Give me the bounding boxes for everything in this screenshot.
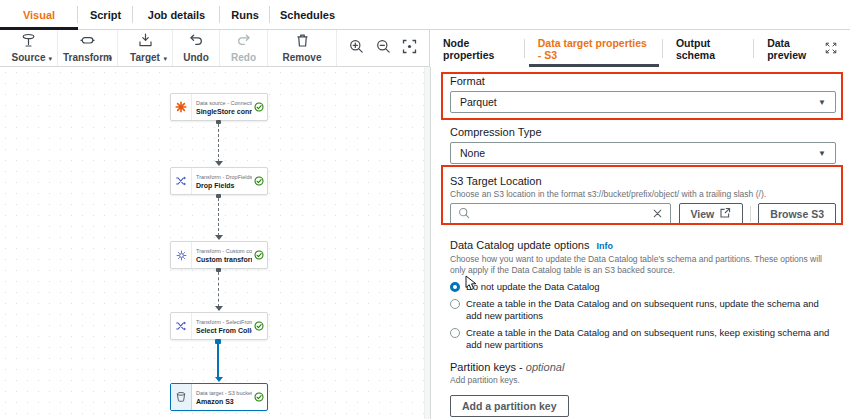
success-check-icon	[254, 168, 267, 194]
success-check-icon	[254, 313, 267, 339]
expand-icon[interactable]	[825, 42, 837, 56]
format-label: Format	[450, 75, 836, 88]
zoom-out-button[interactable]	[376, 39, 391, 58]
tab-label: Visual	[23, 9, 55, 21]
tool-label: Source	[12, 53, 46, 63]
zoom-controls	[337, 30, 429, 66]
node-title: SingleStore connecto...	[196, 107, 252, 116]
target-icon	[138, 33, 153, 52]
radio-button[interactable]	[450, 328, 460, 338]
radio-label: Create a table in the Data Catalog and o…	[466, 327, 836, 351]
tab-data-preview[interactable]: Data preview	[754, 30, 850, 67]
s3-location-input[interactable]	[476, 208, 646, 220]
view-button-label: View	[691, 208, 715, 220]
job-graph-canvas[interactable]: Data source - ConnectionSingleStore conn…	[0, 67, 424, 419]
tab-data-target-properties-s3[interactable]: Data target properties - S3	[525, 30, 663, 67]
node-title: Amazon S3	[196, 397, 252, 406]
fit-view-button[interactable]	[402, 39, 417, 58]
fit-view-icon	[402, 39, 417, 58]
output-port[interactable]	[216, 120, 221, 124]
source-icon	[21, 33, 36, 52]
node-amazon-s3[interactable]: Data target - S3 bucketAmazon S3	[170, 383, 268, 411]
tool-label: Target	[130, 53, 160, 63]
tab-node-properties[interactable]: Node properties	[430, 30, 525, 67]
undo-tool-button[interactable]: Undo	[173, 30, 220, 66]
properties-tab-bar: Node propertiesData target properties - …	[430, 30, 850, 67]
tool-label: Remove	[283, 53, 322, 63]
output-port[interactable]	[216, 194, 221, 198]
success-check-icon	[254, 242, 267, 268]
format-select[interactable]: Parquet ▼	[450, 91, 836, 113]
tab-label: Schedules	[280, 9, 335, 21]
node-caption: Data source - Connection	[196, 100, 252, 107]
edge-arrowhead	[215, 235, 223, 240]
caret-down-icon: ▾	[108, 55, 112, 63]
zoom-in-button[interactable]	[349, 39, 364, 58]
connector-star-icon	[171, 94, 192, 120]
tab-script[interactable]: Script	[78, 0, 133, 29]
compression-type-select[interactable]: None ▼	[450, 142, 836, 164]
main-area: Data source - ConnectionSingleStore conn…	[0, 67, 850, 419]
tab-label: Job details	[148, 9, 205, 21]
catalog-option-1[interactable]: Do not update the Data Catalog	[450, 281, 836, 293]
tab-job-details[interactable]: Job details	[133, 0, 220, 29]
catalog-option-2[interactable]: Create a table in the Data Catalog and o…	[450, 298, 836, 322]
redo-tool-button: Redo	[220, 30, 268, 66]
s3-target-location-description: Choose an S3 location in the format s3:/…	[450, 189, 836, 200]
search-icon	[458, 205, 470, 223]
tab-label: Script	[90, 9, 121, 21]
catalog-options-radio-group: Do not update the Data CatalogCreate a t…	[450, 281, 836, 351]
edge[interactable]	[218, 272, 219, 307]
output-port[interactable]	[216, 268, 221, 272]
add-partition-key-button[interactable]: Add a partition key	[450, 395, 569, 417]
s3-location-row: View Browse S3	[450, 203, 836, 225]
tab-label: Runs	[231, 9, 259, 21]
s3-location-search-box[interactable]	[450, 203, 671, 225]
toolbar-row: Source▾Transform▾Target▾UndoRedoRemove N…	[0, 30, 850, 67]
chevron-down-icon: ▼	[818, 149, 826, 158]
node-caption: Transform - DropFields	[196, 174, 252, 181]
edge[interactable]	[218, 198, 219, 236]
format-select-value: Parquet	[460, 96, 497, 108]
partition-keys-description: Add partition keys.	[450, 375, 836, 386]
radio-button-selected[interactable]	[450, 282, 460, 292]
tool-label: Transform	[63, 53, 112, 63]
remove-tool-button[interactable]: Remove	[268, 30, 337, 66]
shuffle-icon	[171, 313, 192, 339]
tab-output-schema[interactable]: Output schema	[663, 30, 754, 67]
tab-schedules[interactable]: Schedules	[270, 0, 345, 29]
output-port[interactable]	[215, 339, 221, 344]
panel-tab-label: Data preview	[767, 37, 820, 61]
transform-tool-button[interactable]: Transform▾	[58, 30, 118, 66]
node-custom-transform[interactable]: Transform - Custom codeCustom transform	[170, 241, 268, 269]
info-link[interactable]: Info	[596, 241, 613, 251]
panel-tab-label: Data target properties - S3	[538, 37, 650, 61]
clear-icon[interactable]	[652, 205, 663, 223]
edge[interactable]	[218, 124, 219, 162]
panel-tab-label: Node properties	[443, 37, 512, 61]
radio-button[interactable]	[450, 299, 460, 309]
target-tool-button[interactable]: Target▾	[118, 30, 173, 66]
node-select-from-collection[interactable]: Transform - SelectFromCol...Select From …	[170, 312, 268, 340]
node-caption: Transform - SelectFromCol...	[196, 319, 252, 326]
add-partition-key-label: Add a partition key	[462, 400, 557, 412]
edge-selected[interactable]	[217, 343, 219, 378]
browse-s3-button[interactable]: Browse S3	[758, 203, 836, 225]
view-button[interactable]: View	[679, 203, 744, 225]
node-singlestore-connecto[interactable]: Data source - ConnectionSingleStore conn…	[170, 93, 268, 121]
source-tool-button[interactable]: Source▾	[0, 30, 58, 66]
custom-code-icon	[171, 242, 192, 268]
node-drop-fields[interactable]: Transform - DropFieldsDrop Fields	[170, 167, 268, 195]
catalog-options-header: Data Catalog update optionsInfo	[450, 235, 836, 253]
tab-runs[interactable]: Runs	[220, 0, 270, 29]
browse-s3-button-label: Browse S3	[770, 208, 824, 220]
node-title: Select From Collection	[196, 326, 252, 335]
zoom-in-icon	[349, 39, 364, 58]
tab-visual[interactable]: Visual	[0, 0, 78, 29]
node-title: Drop Fields	[196, 181, 252, 190]
catalog-option-3[interactable]: Create a table in the Data Catalog and o…	[450, 327, 836, 351]
node-text: Data source - ConnectionSingleStore conn…	[192, 94, 254, 120]
success-check-icon	[254, 384, 267, 410]
node-text: Data target - S3 bucketAmazon S3	[192, 384, 254, 410]
shuffle-icon	[171, 168, 192, 194]
